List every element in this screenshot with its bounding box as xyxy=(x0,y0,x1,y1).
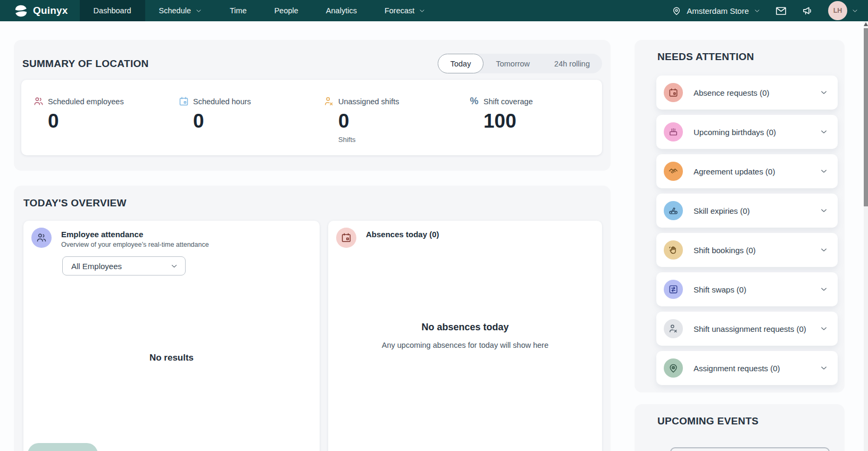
messages-button[interactable] xyxy=(775,5,787,17)
calendar-icon xyxy=(178,96,189,107)
summary-of-location-section: SUMMARY OF LOCATION Today Tomorrow 24h r… xyxy=(14,40,611,171)
attention-item-label: Agreement updates (0) xyxy=(694,167,775,176)
chevron-down-icon xyxy=(754,7,761,14)
nav-right: Amsterdam Store LH xyxy=(671,0,868,21)
cake-icon xyxy=(664,122,683,141)
chevron-down-icon[interactable] xyxy=(820,167,828,176)
range-toggle: Today Tomorrow 24h rolling xyxy=(438,54,602,73)
range-tab-24h-rolling[interactable]: 24h rolling xyxy=(542,54,602,73)
needs-attention-title: NEEDS ATTENTION xyxy=(635,40,845,63)
person-x-icon xyxy=(323,96,335,107)
todays-overview-section: TODAY'S OVERVIEW Employee attendance Ove… xyxy=(14,186,611,451)
needs-attention-section: NEEDS ATTENTION Absence requests (0) Upc… xyxy=(635,40,845,392)
chevron-down-icon[interactable] xyxy=(820,364,828,372)
percent-icon: % xyxy=(469,96,480,107)
knife-icon xyxy=(664,201,683,220)
nav-tabs: Dashboard Schedule Time People Analytics… xyxy=(80,0,440,21)
avatar: LH xyxy=(828,1,847,20)
range-tab-tomorrow[interactable]: Tomorrow xyxy=(483,54,542,73)
chevron-down-icon xyxy=(419,7,425,14)
quinyx-logo[interactable]: Quinyx xyxy=(0,0,80,21)
attention-item-label: Skill expiries (0) xyxy=(694,206,750,215)
location-selector[interactable]: Amsterdam Store xyxy=(671,5,761,16)
quinyx-logo-icon xyxy=(14,4,28,18)
attention-item-label: Shift swaps (0) xyxy=(694,285,746,294)
user-menu[interactable]: LH xyxy=(828,1,858,20)
nav-item-label: Analytics xyxy=(326,6,357,15)
attention-item-assignment-requests[interactable]: Assignment requests (0) xyxy=(656,351,838,385)
scrollbar-up-arrow[interactable] xyxy=(864,22,868,26)
upcoming-events-box[interactable] xyxy=(670,447,830,451)
nav-item-label: Forecast xyxy=(385,6,414,15)
nav-item-people[interactable]: People xyxy=(261,0,312,21)
employee-filter-dropdown[interactable]: All Employees xyxy=(62,256,186,275)
page-scrollbar-thumb[interactable] xyxy=(864,28,868,206)
attention-item-skill-expiries[interactable]: Skill expiries (0) xyxy=(656,194,838,228)
attention-item-upcoming-birthdays[interactable]: Upcoming birthdays (0) xyxy=(656,115,838,149)
hand-icon xyxy=(664,240,683,260)
stat-shift-coverage: % Shift coverage 100 xyxy=(457,80,602,155)
pin-info-icon xyxy=(664,358,683,378)
attendance-avatar xyxy=(31,228,52,248)
absence-avatar xyxy=(336,228,356,248)
stat-label: Scheduled employees xyxy=(48,97,124,106)
nav-item-label: Dashboard xyxy=(94,6,131,15)
stat-label: Shift coverage xyxy=(483,97,533,106)
nav-item-dashboard[interactable]: Dashboard xyxy=(80,0,145,21)
absence-card-title: Absences today (0) xyxy=(366,228,439,239)
upcoming-events-section: UPCOMING EVENTS xyxy=(635,404,845,451)
chevron-down-icon[interactable] xyxy=(820,206,828,215)
employee-filter-value: All Employees xyxy=(71,262,122,271)
overview-title: TODAY'S OVERVIEW xyxy=(14,186,611,209)
chevron-down-icon[interactable] xyxy=(820,285,828,294)
summary-stats-card: Scheduled employees 0 Scheduled hours 0 xyxy=(21,80,602,155)
nav-item-label: Schedule xyxy=(159,6,191,15)
location-name: Amsterdam Store xyxy=(687,6,749,15)
employee-attendance-card: Employee attendance Overview of your emp… xyxy=(23,221,320,451)
location-pin-icon xyxy=(671,5,682,16)
person-x-icon xyxy=(664,319,683,338)
attendance-card-subtitle: Overview of your employee’s real-time at… xyxy=(61,241,209,248)
chevron-down-icon[interactable] xyxy=(820,246,828,254)
attention-item-shift-bookings[interactable]: Shift bookings (0) xyxy=(656,233,838,267)
employees-icon xyxy=(33,96,44,107)
stat-value: 0 xyxy=(193,111,312,132)
megaphone-icon xyxy=(802,5,814,17)
attention-item-absence-requests[interactable]: Absence requests (0) xyxy=(656,76,838,110)
nav-item-schedule[interactable]: Schedule xyxy=(145,0,216,21)
nav-item-time[interactable]: Time xyxy=(216,0,261,21)
attendance-card-title: Employee attendance xyxy=(61,228,209,239)
handshake-icon xyxy=(664,162,683,181)
absences-today-card: Absences today (0) No absences today Any… xyxy=(328,221,602,451)
attention-item-label: Shift bookings (0) xyxy=(694,246,756,255)
stat-sublabel xyxy=(48,136,166,144)
attendance-action-button[interactable] xyxy=(28,443,98,451)
chevron-down-icon[interactable] xyxy=(820,324,828,333)
nav-item-forecast[interactable]: Forecast xyxy=(371,0,439,21)
summary-title: SUMMARY OF LOCATION xyxy=(22,58,149,70)
nav-item-analytics[interactable]: Analytics xyxy=(312,0,371,21)
brand-name: Quinyx xyxy=(33,5,68,16)
stat-value: 100 xyxy=(483,111,602,132)
chevron-down-icon[interactable] xyxy=(820,88,828,97)
attention-item-label: Assignment requests (0) xyxy=(694,364,780,373)
chevron-down-icon xyxy=(195,7,202,14)
nav-item-label: People xyxy=(274,6,298,15)
attention-item-label: Upcoming birthdays (0) xyxy=(694,128,776,137)
attention-item-shift-swaps[interactable]: Shift swaps (0) xyxy=(656,272,838,306)
quinyx-dashboard: Quinyx Dashboard Schedule Time People An… xyxy=(0,0,868,451)
stat-scheduled-employees: Scheduled employees 0 xyxy=(21,80,166,155)
top-nav: Quinyx Dashboard Schedule Time People An… xyxy=(0,0,868,21)
chevron-down-icon xyxy=(852,7,858,14)
stat-scheduled-hours: Scheduled hours 0 xyxy=(166,80,312,155)
attention-item-agreement-updates[interactable]: Agreement updates (0) xyxy=(656,154,838,188)
attention-item-shift-unassignment-requests[interactable]: Shift unassignment requests (0) xyxy=(656,312,838,346)
chevron-down-icon xyxy=(170,262,178,270)
announcements-button[interactable] xyxy=(802,5,814,17)
swap-icon xyxy=(664,280,683,299)
chevron-down-icon[interactable] xyxy=(820,128,828,136)
attention-item-label: Shift unassignment requests (0) xyxy=(694,324,806,333)
stat-label: Scheduled hours xyxy=(193,97,251,106)
absence-empty-title: No absences today xyxy=(328,322,602,333)
range-tab-today[interactable]: Today xyxy=(438,54,484,73)
